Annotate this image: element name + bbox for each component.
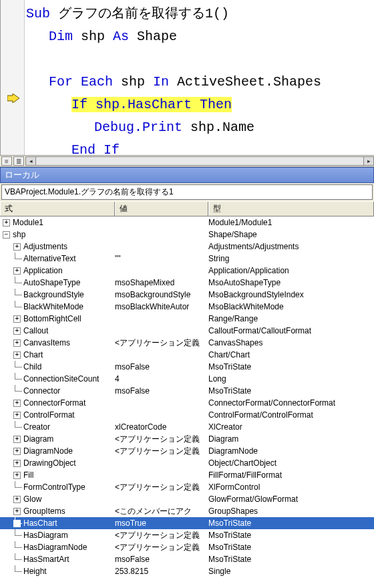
expand-icon[interactable]: + — [3, 219, 10, 227]
expand-icon[interactable]: + — [13, 460, 21, 467]
locals-expression-cell[interactable]: BlackWhiteMode — [0, 301, 115, 313]
locals-context[interactable]: VBAProject.Module1.グラフの名前を取得する1 — [1, 184, 373, 200]
locals-expression-cell[interactable]: ConnectionSiteCount — [0, 373, 115, 385]
locals-expression-cell[interactable]: +ControlFormat — [0, 409, 115, 421]
expand-icon[interactable]: + — [13, 412, 21, 419]
locals-expression-cell[interactable]: +Callout — [0, 325, 115, 337]
locals-row[interactable]: HasChartmsoTrueMsoTriState — [0, 517, 374, 529]
locals-expression-cell[interactable]: +BottomRightCell — [0, 313, 115, 325]
locals-value-cell: 4 — [115, 373, 208, 385]
column-header-type[interactable]: 型 — [208, 202, 374, 216]
locals-row[interactable]: +DrawingObjectObject/ChartObject — [0, 457, 374, 469]
leaf-icon — [13, 291, 21, 299]
locals-row[interactable]: +CalloutCalloutFormat/CalloutFormat — [0, 325, 374, 337]
locals-expression-cell[interactable]: +Application — [0, 265, 115, 277]
expand-icon[interactable]: + — [13, 436, 21, 443]
locals-expression-cell[interactable]: +GroupItems — [0, 505, 115, 517]
locals-expression-cell[interactable]: +CanvasItems — [0, 337, 115, 349]
code-editor[interactable]: Sub グラフの名前を取得する1() Dim shp As Shape For … — [0, 0, 374, 155]
locals-row[interactable]: +BottomRightCellRange/Range — [0, 313, 374, 325]
leaf-icon — [13, 556, 21, 563]
expand-icon[interactable]: + — [13, 400, 21, 407]
locals-type-cell: Diagram — [208, 433, 374, 445]
code-gutter — [1, 0, 25, 155]
locals-row[interactable]: −shpShape/Shape — [0, 229, 374, 241]
split-toggle-b[interactable]: ≣ — [13, 156, 24, 166]
locals-row[interactable]: +ControlFormatControlFormat/ControlForma… — [0, 409, 374, 421]
locals-expression-cell[interactable]: +DiagramNode — [0, 445, 115, 457]
expand-icon[interactable]: + — [13, 267, 21, 275]
expand-icon[interactable]: + — [13, 243, 21, 251]
split-toggle-a[interactable]: ≡ — [1, 156, 12, 166]
locals-expression-cell[interactable]: HasSmartArt — [0, 553, 115, 565]
locals-expression-cell[interactable]: +ConnectorFormat — [0, 397, 115, 409]
locals-row[interactable]: CreatorxlCreatorCodeXlCreator — [0, 421, 374, 433]
locals-row[interactable]: ChildmsoFalseMsoTriState — [0, 361, 374, 373]
expand-icon[interactable]: + — [13, 472, 21, 479]
expand-icon[interactable]: + — [13, 339, 21, 347]
locals-expression-cell[interactable]: AutoShapeType — [0, 277, 115, 289]
expand-icon[interactable]: + — [13, 327, 21, 335]
locals-expression-cell[interactable]: +Fill — [0, 469, 115, 481]
locals-expression-cell[interactable]: AlternativeText — [0, 253, 115, 265]
locals-var-name: HasSmartArt — [23, 553, 115, 565]
locals-var-name: Fill — [23, 469, 115, 481]
locals-row[interactable]: +Module1Module1/Module1 — [0, 216, 374, 229]
locals-row[interactable]: +DiagramNode<アプリケーション定義DiagramNode — [0, 445, 374, 457]
locals-expression-cell[interactable]: Connector — [0, 385, 115, 397]
column-header-value[interactable]: 値 — [115, 202, 208, 216]
locals-row[interactable]: +CanvasItems<アプリケーション定義CanvasShapes — [0, 337, 374, 349]
locals-expression-cell[interactable]: +Diagram — [0, 433, 115, 445]
locals-row[interactable]: HasSmartArtmsoFalseMsoTriState — [0, 553, 374, 565]
locals-row[interactable]: AlternativeText""String — [0, 253, 374, 265]
locals-expression-cell[interactable]: +DrawingObject — [0, 457, 115, 469]
locals-row[interactable]: +ChartChart/Chart — [0, 349, 374, 361]
expand-icon[interactable]: + — [13, 351, 21, 359]
locals-expression-cell[interactable]: HasChart — [0, 517, 115, 529]
locals-expression-cell[interactable]: FormControlType — [0, 481, 115, 493]
locals-expression-cell[interactable]: Height — [0, 565, 115, 577]
locals-expression-cell[interactable]: Child — [0, 361, 115, 373]
locals-expression-cell[interactable]: +Chart — [0, 349, 115, 361]
locals-tree[interactable]: +Module1Module1/Module1−shpShape/Shape+A… — [0, 216, 374, 577]
collapse-icon[interactable]: − — [3, 231, 10, 239]
locals-expression-cell[interactable]: Creator — [0, 421, 115, 433]
expand-icon[interactable]: + — [13, 508, 21, 515]
locals-row[interactable]: +GroupItems<このメンバーにアクGroupShapes — [0, 505, 374, 517]
locals-expression-cell[interactable]: HasDiagramNode — [0, 541, 115, 553]
execution-pointer-icon — [7, 94, 19, 103]
locals-row[interactable]: +ConnectorFormatConnectorFormat/Connecto… — [0, 397, 374, 409]
locals-row[interactable]: +GlowGlowFormat/GlowFormat — [0, 493, 374, 505]
locals-expression-cell[interactable]: BackgroundStyle — [0, 289, 115, 301]
locals-row[interactable]: FormControlType<アプリケーション定義XlFormControl — [0, 481, 374, 493]
locals-type-cell: CanvasShapes — [208, 337, 374, 349]
svg-marker-0 — [7, 94, 19, 103]
column-header-expression[interactable]: 式 — [0, 202, 115, 216]
locals-row[interactable]: BlackWhiteModemsoBlackWhiteAutorMsoBlack… — [0, 301, 374, 313]
locals-expression-cell[interactable]: +Glow — [0, 493, 115, 505]
locals-expression-cell[interactable]: +Adjustments — [0, 241, 115, 253]
locals-type-cell: MsoTriState — [208, 361, 374, 373]
expand-icon[interactable]: + — [13, 496, 21, 503]
locals-row[interactable]: Height253.8215Single — [0, 565, 374, 577]
locals-row[interactable]: +Diagram<アプリケーション定義Diagram — [0, 433, 374, 445]
expand-icon[interactable]: + — [13, 315, 21, 323]
locals-row[interactable]: AutoShapeTypemsoShapeMixedMsoAutoShapeTy… — [0, 277, 374, 289]
locals-row[interactable]: ConnectionSiteCount4Long — [0, 373, 374, 385]
locals-row[interactable]: +AdjustmentsAdjustments/Adjustments — [0, 241, 374, 253]
locals-expression-cell[interactable]: −shp — [0, 229, 115, 241]
locals-row[interactable]: BackgroundStylemsoBackgroundStyleMsoBack… — [0, 289, 374, 301]
code-line: Sub グラフの名前を取得する1() — [26, 3, 374, 25]
locals-expression-cell[interactable]: HasDiagram — [0, 529, 115, 541]
expand-icon[interactable]: + — [13, 448, 21, 455]
locals-row[interactable]: HasDiagram<アプリケーション定義MsoTriState — [0, 529, 374, 541]
locals-row[interactable]: +FillFillFormat/FillFormat — [0, 469, 374, 481]
locals-row[interactable]: ConnectormsoFalseMsoTriState — [0, 385, 374, 397]
locals-type-cell: Chart/Chart — [208, 349, 374, 361]
locals-window-title[interactable]: ローカル — [0, 167, 374, 183]
code-line-current: If shp.HasChart Then — [26, 94, 374, 116]
locals-expression-cell[interactable]: +Module1 — [0, 216, 115, 229]
leaf-icon — [13, 255, 21, 263]
locals-row[interactable]: +ApplicationApplication/Application — [0, 265, 374, 277]
locals-row[interactable]: HasDiagramNode<アプリケーション定義MsoTriState — [0, 541, 374, 553]
